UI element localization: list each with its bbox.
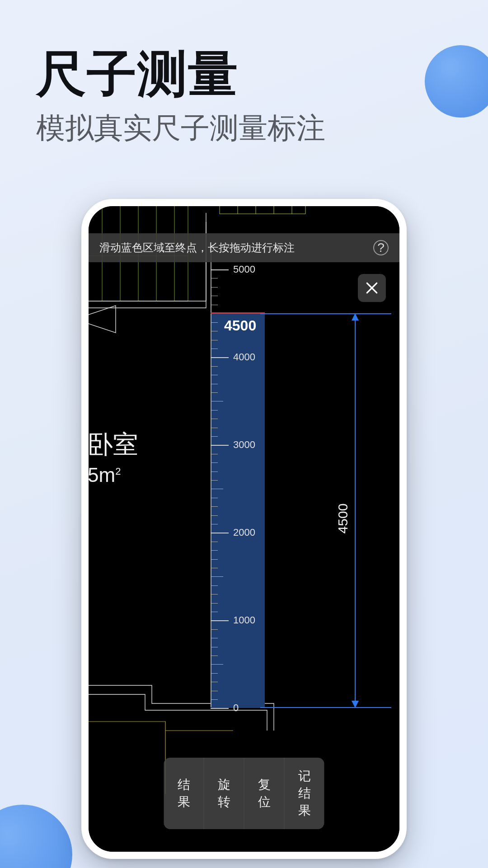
hint-bar: 滑动蓝色区域至终点，长按拖动进行标注 ?	[89, 233, 399, 262]
svg-rect-7	[220, 206, 305, 214]
result-button[interactable]: 结果	[164, 758, 204, 829]
ruler-tick-label: 5000	[233, 264, 255, 275]
decor-circle-bottom	[0, 805, 72, 868]
ruler-tick-major	[211, 357, 229, 358]
ruler-selection-top-marker	[211, 312, 265, 314]
bottom-toolbar: 结果 旋转 复位 记结果	[164, 758, 324, 829]
ruler-tick-label: 3000	[233, 439, 255, 451]
hint-text: 滑动蓝色区域至终点，长按拖动进行标注	[99, 241, 373, 255]
ruler-tick-major	[211, 620, 229, 621]
ruler-tick-label: 2000	[233, 527, 255, 538]
close-button[interactable]	[358, 274, 386, 302]
dimension-ext-bottom	[260, 707, 391, 708]
dimension-line	[355, 313, 356, 708]
arrow-down-icon	[352, 701, 359, 708]
save-result-button[interactable]: 记结果	[284, 758, 324, 829]
reset-button[interactable]: 复位	[244, 758, 284, 829]
dimension-value: 4500	[335, 503, 351, 533]
ruler-tick-label: 4000	[233, 351, 255, 363]
page-subtitle: 模拟真实尺子测量标注	[36, 108, 325, 148]
dimension-annotation[interactable]: 4500	[342, 313, 369, 708]
phone-frame: 滑动蓝色区域至终点，长按拖动进行标注 ? 4500 5000	[81, 199, 407, 859]
ruler-tick-major	[211, 445, 229, 446]
app-screen: 滑动蓝色区域至终点，长按拖动进行标注 ? 4500 5000	[89, 206, 399, 852]
close-icon	[365, 281, 379, 295]
page-title: 尺子测量	[36, 41, 239, 108]
ruler-tick-label: 1000	[233, 614, 255, 626]
decor-circle-top	[425, 45, 488, 118]
ruler-tick-major	[211, 533, 229, 533]
rotate-button[interactable]: 旋转	[204, 758, 244, 829]
dimension-ext-top	[260, 313, 391, 314]
help-icon[interactable]: ?	[373, 240, 389, 255]
ruler-tick-label: 0	[233, 702, 239, 714]
ruler-tick-major	[211, 708, 229, 709]
ruler-current-value: 4500	[224, 317, 256, 334]
arrow-up-icon	[352, 313, 359, 321]
ruler-tick-major	[211, 269, 229, 270]
